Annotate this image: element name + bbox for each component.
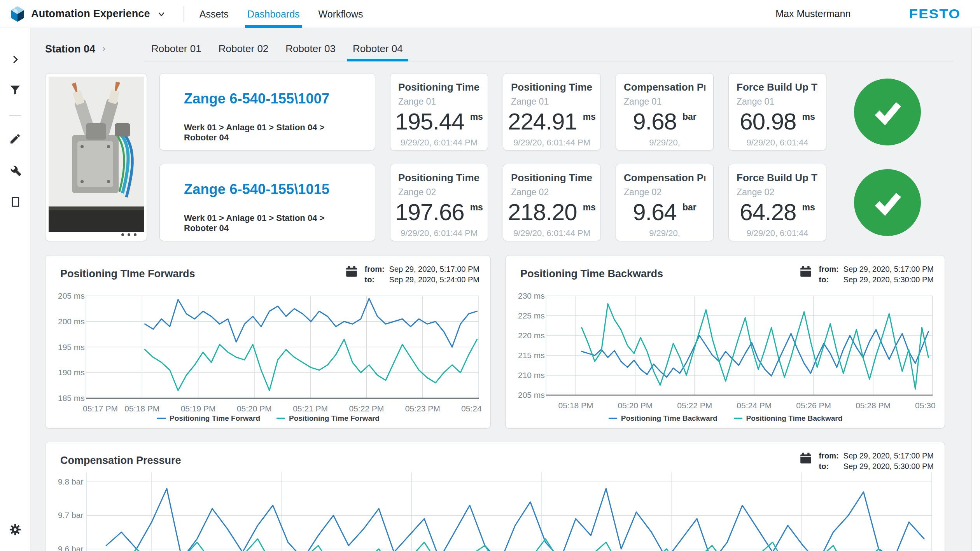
topbar: Automation Experience Assets Dashboards …: [0, 0, 980, 28]
kpi-timestamp: 9/29/20, 6:01:44 PM: [644, 227, 686, 241]
asset-card[interactable]: Zange 6-540-155\1015 Werk 01 > Anlage 01…: [159, 164, 375, 241]
breadcrumb[interactable]: Station 04: [45, 37, 108, 61]
charts-row: Positioning TIme Forwards from: Sep 29, …: [45, 255, 945, 429]
dashboard-main: Station 04 Roboter 01 Roboter 02 Roboter…: [30, 0, 980, 551]
asset-photo-card: [45, 73, 147, 241]
kpi-title: Compensation Pressure: [624, 81, 705, 93]
svg-text:225 ms: 225 ms: [518, 311, 545, 320]
range-from-value: Sep 29, 2020, 5:17:00 PM: [844, 265, 934, 274]
kpi-timestamp: 9/29/20, 6:01:44 PM: [644, 137, 686, 150]
sidebar-divider: [9, 115, 21, 116]
kpi-title: Positioning Time Forward: [398, 81, 480, 93]
range-from-label: from:: [364, 265, 384, 274]
date-range-picker[interactable]: from: Sep 29, 2020, 5:17:00 PM to: Sep 2…: [799, 265, 934, 284]
date-range-picker[interactable]: from: Sep 29, 2020, 5:17:00 PM to: Sep 2…: [345, 265, 480, 284]
tab-roboter-01[interactable]: Roboter 01: [144, 37, 209, 61]
svg-text:05:20 PM: 05:20 PM: [618, 401, 653, 410]
filter-icon[interactable]: [8, 82, 23, 97]
status-ok-badge: [854, 169, 921, 236]
date-range-picker[interactable]: from: Sep 29, 2020, 5:17:00 PM to: Sep 2…: [799, 451, 934, 471]
kpi-title: Force Build Up Time: [737, 81, 818, 93]
kpi-subtitle: Zange 01: [624, 96, 705, 107]
range-from-label: from:: [819, 451, 838, 460]
device-icon[interactable]: [8, 194, 23, 209]
kpi-value: 64.28: [740, 201, 796, 224]
kpi-unit: bar: [682, 112, 696, 122]
kpi-value: 224.91: [508, 110, 577, 133]
legend-label: Positioning Time Backward: [621, 414, 718, 423]
legend-dash: [276, 418, 285, 419]
kpi-tile: Positioning Time Backward Zange 01 224.9…: [503, 73, 601, 150]
legend-dash: [734, 418, 742, 419]
svg-text:190 ms: 190 ms: [58, 368, 85, 377]
svg-text:9.6 bar: 9.6 bar: [58, 544, 83, 551]
chart-legend: Positioning Time Backward Positioning Ti…: [516, 414, 935, 423]
asset-title[interactable]: Zange 6-540-155\1015: [184, 181, 353, 198]
kpi-value: 197.66: [395, 201, 464, 224]
kpi-timestamp: 9/29/20, 6:01:44 PM: [390, 227, 488, 239]
kpi-tile: Force Build Up Time Zange 02 64.28ms 9/2…: [728, 164, 826, 241]
chevron-down-icon[interactable]: [156, 9, 166, 19]
kpi-unit: ms: [802, 112, 815, 122]
nav-item-dashboards[interactable]: Dashboards: [247, 0, 300, 28]
legend-dash: [609, 418, 617, 419]
kpi-tile: Positioning Time Forward Zange 02 197.66…: [390, 164, 488, 241]
nav-item-workflows[interactable]: Workflows: [318, 0, 363, 28]
svg-text:05:24 PM: 05:24 PM: [737, 401, 772, 410]
line-chart-canvas: 9.8 bar9.7 bar9.6 bar9.5 bar05:18 PM05:2…: [56, 472, 935, 551]
kpi-tile: Positioning Time Backward Zange 02 218.2…: [503, 164, 601, 241]
expand-chevron-right-icon[interactable]: [8, 52, 23, 67]
asset-card[interactable]: Zange 6-540-155\1007 Werk 01 > Anlage 01…: [159, 73, 375, 150]
calendar-icon: [345, 265, 358, 278]
asset-title[interactable]: Zange 6-540-155\1007: [184, 91, 353, 107]
nav-item-assets[interactable]: Assets: [200, 0, 229, 28]
carousel-dots[interactable]: [121, 233, 136, 236]
wrench-icon[interactable]: [8, 163, 23, 177]
asset-row-zange-1015: Zange 6-540-155\1015 Werk 01 > Anlage 01…: [159, 164, 945, 241]
range-to-value: Sep 29, 2020, 5:24:00 PM: [389, 275, 480, 284]
breadcrumb-row: Station 04 Roboter 01 Roboter 02 Roboter…: [45, 37, 980, 61]
kpi-subtitle: Zange 02: [737, 187, 818, 198]
festo-logo: FESTO: [909, 6, 961, 21]
range-from-label: from:: [819, 265, 838, 274]
app-logo-icon[interactable]: [10, 6, 25, 22]
kpi-timestamp: 9/29/20, 6:01:44 PM: [743, 137, 812, 150]
chart-card-compensation-pressure: Compensation Pressure from: Sep 29, 2020…: [45, 442, 945, 551]
chart-card-positioning-forwards: Positioning TIme Forwards from: Sep 29, …: [45, 255, 491, 429]
range-to-label: to:: [364, 275, 384, 284]
kpi-value: 9.64: [633, 201, 677, 224]
svg-text:05:18 PM: 05:18 PM: [558, 401, 593, 410]
legend-label: Positioning Time Forward: [170, 414, 260, 423]
kpi-timestamp: 9/29/20, 6:01:44 PM: [503, 227, 600, 239]
user-name[interactable]: Max Mustermann: [775, 8, 850, 19]
kpi-title: Positioning Time Backward: [511, 81, 593, 93]
svg-text:215 ms: 215 ms: [518, 351, 545, 360]
app-title[interactable]: Automation Experience: [31, 8, 150, 20]
line-chart-canvas: 230 ms225 ms220 ms215 ms210 ms205 ms05:1…: [516, 286, 936, 414]
svg-text:05:26 PM: 05:26 PM: [796, 401, 831, 410]
tab-roboter-02[interactable]: Roboter 02: [211, 37, 276, 61]
kpi-tile: Compensation Pressure Zange 02 9.64bar 9…: [616, 164, 714, 241]
range-to-value: Sep 29, 2020, 5:30:00 PM: [844, 462, 934, 471]
svg-text:205 ms: 205 ms: [518, 390, 545, 399]
pencil-icon[interactable]: [8, 131, 23, 146]
range-to-label: to:: [819, 275, 838, 284]
asset-rows: Zange 6-540-155\1007 Werk 01 > Anlage 01…: [159, 73, 945, 241]
settings-gear-icon[interactable]: [8, 522, 23, 537]
svg-text:05:19 PM: 05:19 PM: [181, 404, 216, 413]
chart-card-positioning-backwards: Positioning Time Backwards from: Sep 29,…: [505, 255, 945, 429]
asset-path: Werk 01 > Anlage 01 > Station 04 > Robot…: [184, 122, 353, 143]
kpi-unit: bar: [682, 202, 696, 213]
status-ok-badge: [854, 79, 921, 145]
kpi-subtitle: Zange 01: [737, 96, 818, 107]
check-circle-icon: [854, 79, 921, 145]
kpi-unit: ms: [470, 202, 483, 213]
calendar-icon: [799, 451, 812, 465]
tab-roboter-04[interactable]: Roboter 04: [345, 37, 411, 61]
svg-text:185 ms: 185 ms: [58, 394, 85, 402]
kpi-tile: Force Build Up Time Zange 01 60.98ms 9/2…: [728, 73, 826, 150]
scrollbar[interactable]: [971, 28, 980, 551]
chart-title: Compensation Pressure: [60, 455, 181, 467]
tab-roboter-03[interactable]: Roboter 03: [278, 37, 343, 61]
chart-title: Positioning Time Backwards: [520, 268, 663, 280]
